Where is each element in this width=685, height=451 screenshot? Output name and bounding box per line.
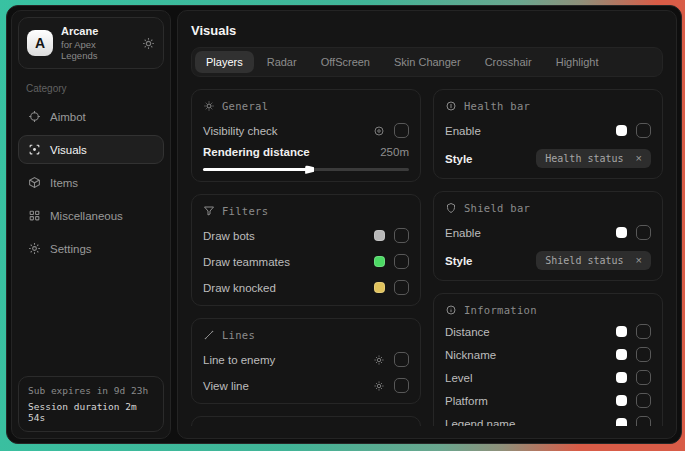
row-label: Line to enemy bbox=[203, 354, 275, 366]
distance-checkbox[interactable] bbox=[636, 324, 651, 339]
diagonal-line-icon bbox=[203, 329, 215, 341]
color-swatch[interactable] bbox=[374, 282, 385, 293]
gear-icon[interactable] bbox=[373, 354, 385, 366]
color-swatch[interactable] bbox=[616, 372, 627, 383]
right-column: Health bar Enable Style Health status bbox=[433, 89, 663, 426]
sidebar-item-label: Settings bbox=[50, 243, 92, 255]
row-label: Distance bbox=[445, 326, 490, 338]
row-label: Style bbox=[445, 153, 473, 165]
row-draw-teammates: Draw teammates bbox=[203, 254, 409, 269]
grid-icon bbox=[28, 209, 41, 222]
health-enable-checkbox[interactable] bbox=[636, 123, 651, 138]
session-duration-text: Session duration 2m 54s bbox=[28, 401, 154, 423]
sidebar-item-settings[interactable]: Settings bbox=[18, 234, 164, 263]
color-swatch[interactable] bbox=[616, 418, 627, 426]
rendering-distance-value: 250m bbox=[380, 146, 409, 158]
funnel-icon bbox=[203, 205, 215, 217]
tab-skin-changer[interactable]: Skin Changer bbox=[383, 51, 472, 73]
row-label: Nickname bbox=[445, 349, 496, 361]
gear-icon bbox=[28, 242, 41, 255]
sidebar: A Arcane for Apex Legends Category Aimbo… bbox=[11, 10, 171, 439]
line-to-enemy-checkbox[interactable] bbox=[394, 352, 409, 367]
color-swatch[interactable] bbox=[616, 125, 627, 136]
cube-icon bbox=[28, 176, 41, 189]
color-swatch[interactable] bbox=[616, 395, 627, 406]
shield-enable-checkbox[interactable] bbox=[636, 225, 651, 240]
brand-header: A Arcane for Apex Legends bbox=[18, 17, 164, 69]
card-title: Lines bbox=[222, 329, 255, 341]
gear-icon[interactable] bbox=[142, 37, 155, 50]
slider-thumb[interactable] bbox=[305, 165, 314, 174]
card-general: General Visibility check Rendering dista… bbox=[191, 89, 421, 182]
tab-highlight[interactable]: Highlight bbox=[545, 51, 610, 73]
row-label: Enable bbox=[445, 125, 481, 137]
draw-knocked-checkbox[interactable] bbox=[394, 280, 409, 295]
row-draw-knocked: Draw knocked bbox=[203, 280, 409, 295]
view-line-checkbox[interactable] bbox=[394, 378, 409, 393]
left-column: General Visibility check Rendering dista… bbox=[191, 89, 421, 426]
row-view-line: View line bbox=[203, 378, 409, 393]
app-window: A Arcane for Apex Legends Category Aimbo… bbox=[6, 5, 682, 444]
app-subtitle: for Apex Legends bbox=[61, 39, 134, 61]
sidebar-item-label: Items bbox=[50, 177, 78, 189]
color-swatch[interactable] bbox=[374, 230, 385, 241]
row-visibility-check: Visibility check bbox=[203, 123, 409, 138]
info-icon bbox=[445, 304, 457, 316]
color-swatch[interactable] bbox=[616, 326, 627, 337]
sidebar-item-aimbot[interactable]: Aimbot bbox=[18, 102, 164, 131]
card-title: Filters bbox=[222, 205, 268, 217]
row-label: Visibility check bbox=[203, 125, 278, 137]
draw-teammates-checkbox[interactable] bbox=[394, 254, 409, 269]
platform-checkbox[interactable] bbox=[636, 393, 651, 408]
gear-icon[interactable] bbox=[373, 380, 385, 392]
shield-style-select[interactable]: Shield status × bbox=[536, 251, 651, 270]
select-value: Shield status bbox=[545, 255, 623, 266]
visibility-check-checkbox[interactable] bbox=[394, 123, 409, 138]
card-title: Health bar bbox=[464, 100, 530, 112]
sidebar-nav: Aimbot Visuals Items Miscellaneous bbox=[18, 102, 164, 263]
sidebar-item-label: Miscellaneous bbox=[50, 210, 123, 222]
row-shield-enable: Enable bbox=[445, 225, 651, 240]
close-icon[interactable]: × bbox=[636, 255, 642, 266]
color-swatch[interactable] bbox=[374, 256, 385, 267]
close-icon[interactable]: × bbox=[636, 153, 642, 164]
subscription-box: Sub expires in 9d 23h Session duration 2… bbox=[18, 376, 164, 432]
app-name: Arcane bbox=[61, 25, 134, 37]
sun-gear-icon bbox=[203, 100, 215, 112]
card-title: Information bbox=[464, 304, 537, 316]
sidebar-item-miscellaneous[interactable]: Miscellaneous bbox=[18, 201, 164, 230]
tab-crosshair[interactable]: Crosshair bbox=[474, 51, 543, 73]
eye-settings-icon[interactable] bbox=[373, 125, 385, 137]
row-label: Enable bbox=[445, 227, 481, 239]
card-shield-bar: Shield bar Enable Style Shield status bbox=[433, 191, 663, 281]
tab-bar: Players Radar OffScreen Skin Changer Cro… bbox=[191, 47, 663, 77]
row-label: Draw knocked bbox=[203, 282, 276, 294]
card-title: General bbox=[222, 100, 268, 112]
tab-radar[interactable]: Radar bbox=[256, 51, 308, 73]
tab-players[interactable]: Players bbox=[195, 51, 254, 73]
card-title: Shield bar bbox=[464, 202, 530, 214]
row-shield-style: Style Shield status × bbox=[445, 251, 651, 270]
health-icon bbox=[445, 100, 457, 112]
sub-expires-text: Sub expires in 9d 23h bbox=[28, 385, 154, 396]
tab-offscreen[interactable]: OffScreen bbox=[310, 51, 381, 73]
eye-scan-icon bbox=[28, 143, 41, 156]
nickname-checkbox[interactable] bbox=[636, 347, 651, 362]
card-health-bar: Health bar Enable Style Health status bbox=[433, 89, 663, 179]
sidebar-item-visuals[interactable]: Visuals bbox=[18, 135, 164, 164]
color-swatch[interactable] bbox=[616, 349, 627, 360]
card-box: Box Enable Enable background bbox=[191, 416, 421, 426]
sidebar-item-items[interactable]: Items bbox=[18, 168, 164, 197]
health-style-select[interactable]: Health status × bbox=[536, 149, 651, 168]
sidebar-item-label: Aimbot bbox=[50, 111, 86, 123]
card-lines: Lines Line to enemy View line bbox=[191, 318, 421, 404]
legend-name-checkbox[interactable] bbox=[636, 416, 651, 426]
row-nickname: Nickname bbox=[445, 347, 651, 362]
rendering-distance-slider[interactable] bbox=[203, 168, 409, 171]
level-checkbox[interactable] bbox=[636, 370, 651, 385]
color-swatch[interactable] bbox=[616, 227, 627, 238]
row-legend-name: Legend name bbox=[445, 416, 651, 426]
row-draw-bots: Draw bots bbox=[203, 228, 409, 243]
sidebar-item-label: Visuals bbox=[50, 144, 87, 156]
draw-bots-checkbox[interactable] bbox=[394, 228, 409, 243]
